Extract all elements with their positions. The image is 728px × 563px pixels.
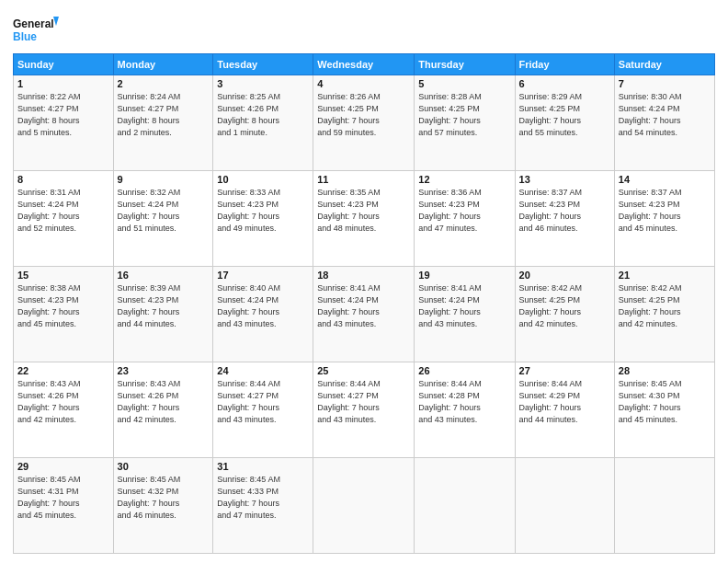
calendar-day: 8Sunrise: 8:31 AMSunset: 4:24 PMDaylight…	[14, 171, 114, 267]
calendar-day: 19Sunrise: 8:41 AMSunset: 4:24 PMDayligh…	[415, 267, 515, 362]
day-detail: Sunrise: 8:35 AMSunset: 4:23 PMDaylight:…	[317, 187, 410, 235]
day-number: 14	[619, 174, 711, 185]
day-number: 29	[17, 461, 109, 472]
calendar-day: 17Sunrise: 8:40 AMSunset: 4:24 PMDayligh…	[213, 267, 313, 362]
day-detail: Sunrise: 8:45 AMSunset: 4:32 PMDaylight:…	[118, 474, 210, 522]
day-number: 12	[418, 174, 510, 185]
day-detail: Sunrise: 8:22 AMSunset: 4:27 PMDaylight:…	[17, 91, 109, 139]
calendar-day: 25Sunrise: 8:44 AMSunset: 4:27 PMDayligh…	[313, 362, 415, 458]
day-number: 23	[118, 365, 210, 376]
day-number: 28	[619, 365, 711, 376]
day-detail: Sunrise: 8:42 AMSunset: 4:25 PMDaylight:…	[619, 282, 711, 330]
day-detail: Sunrise: 8:39 AMSunset: 4:23 PMDaylight:…	[118, 282, 210, 330]
calendar-table: SundayMondayTuesdayWednesdayThursdayFrid…	[13, 53, 715, 554]
day-detail: Sunrise: 8:45 AMSunset: 4:30 PMDaylight:…	[619, 378, 711, 426]
day-detail: Sunrise: 8:28 AMSunset: 4:25 PMDaylight:…	[418, 91, 510, 139]
day-number: 6	[519, 78, 610, 89]
calendar-day: 4Sunrise: 8:26 AMSunset: 4:25 PMDaylight…	[313, 75, 415, 171]
day-detail: Sunrise: 8:26 AMSunset: 4:25 PMDaylight:…	[317, 91, 410, 139]
calendar-day: 13Sunrise: 8:37 AMSunset: 4:23 PMDayligh…	[515, 171, 614, 267]
calendar-day: 21Sunrise: 8:42 AMSunset: 4:25 PMDayligh…	[614, 267, 714, 362]
calendar-day: 7Sunrise: 8:30 AMSunset: 4:24 PMDaylight…	[614, 75, 714, 171]
day-detail: Sunrise: 8:24 AMSunset: 4:27 PMDaylight:…	[118, 91, 210, 139]
calendar-week-4: 22Sunrise: 8:43 AMSunset: 4:26 PMDayligh…	[14, 362, 715, 458]
day-detail: Sunrise: 8:40 AMSunset: 4:24 PMDaylight:…	[217, 282, 309, 330]
calendar-day: 1Sunrise: 8:22 AMSunset: 4:27 PMDaylight…	[14, 75, 114, 171]
calendar-header: SundayMondayTuesdayWednesdayThursdayFrid…	[14, 54, 715, 75]
day-header-monday: Monday	[113, 54, 213, 75]
day-number: 15	[17, 270, 109, 281]
svg-text:General: General	[13, 17, 54, 30]
calendar-day: 30Sunrise: 8:45 AMSunset: 4:32 PMDayligh…	[113, 458, 213, 554]
day-number: 1	[17, 78, 109, 89]
day-number: 4	[317, 78, 410, 89]
day-number: 16	[118, 270, 210, 281]
calendar-day: 12Sunrise: 8:36 AMSunset: 4:23 PMDayligh…	[415, 171, 515, 267]
header-row: SundayMondayTuesdayWednesdayThursdayFrid…	[14, 54, 715, 75]
calendar-day: 6Sunrise: 8:29 AMSunset: 4:25 PMDaylight…	[515, 75, 614, 171]
day-number: 31	[217, 461, 309, 472]
day-detail: Sunrise: 8:44 AMSunset: 4:28 PMDaylight:…	[418, 378, 510, 426]
calendar-day: 24Sunrise: 8:44 AMSunset: 4:27 PMDayligh…	[213, 362, 313, 458]
day-detail: Sunrise: 8:44 AMSunset: 4:29 PMDaylight:…	[519, 378, 610, 426]
header: General Blue	[13, 9, 715, 48]
calendar-day: 23Sunrise: 8:43 AMSunset: 4:26 PMDayligh…	[113, 362, 213, 458]
calendar-day: 22Sunrise: 8:43 AMSunset: 4:26 PMDayligh…	[14, 362, 114, 458]
page: General Blue SundayMondayTuesdayWednesda…	[0, 0, 728, 563]
calendar-day: 29Sunrise: 8:45 AMSunset: 4:31 PMDayligh…	[14, 458, 114, 554]
day-detail: Sunrise: 8:38 AMSunset: 4:23 PMDaylight:…	[17, 282, 109, 330]
day-number: 10	[217, 174, 309, 185]
day-number: 24	[217, 365, 309, 376]
day-number: 5	[418, 78, 510, 89]
day-number: 7	[619, 78, 711, 89]
calendar-day: 16Sunrise: 8:39 AMSunset: 4:23 PMDayligh…	[113, 267, 213, 362]
logo: General Blue	[13, 13, 59, 48]
calendar-day: 20Sunrise: 8:42 AMSunset: 4:25 PMDayligh…	[515, 267, 614, 362]
calendar-day	[614, 458, 714, 554]
calendar-day: 27Sunrise: 8:44 AMSunset: 4:29 PMDayligh…	[515, 362, 614, 458]
day-detail: Sunrise: 8:32 AMSunset: 4:24 PMDaylight:…	[118, 187, 210, 235]
calendar-day: 9Sunrise: 8:32 AMSunset: 4:24 PMDaylight…	[113, 171, 213, 267]
day-header-wednesday: Wednesday	[313, 54, 415, 75]
calendar-day: 10Sunrise: 8:33 AMSunset: 4:23 PMDayligh…	[213, 171, 313, 267]
calendar-day	[313, 458, 415, 554]
day-detail: Sunrise: 8:36 AMSunset: 4:23 PMDaylight:…	[418, 187, 510, 235]
calendar-day	[415, 458, 515, 554]
calendar-day: 2Sunrise: 8:24 AMSunset: 4:27 PMDaylight…	[113, 75, 213, 171]
calendar-day: 14Sunrise: 8:37 AMSunset: 4:23 PMDayligh…	[614, 171, 714, 267]
day-detail: Sunrise: 8:33 AMSunset: 4:23 PMDaylight:…	[217, 187, 309, 235]
logo-svg: General Blue	[13, 13, 59, 48]
svg-marker-2	[53, 17, 59, 26]
day-header-sunday: Sunday	[14, 54, 114, 75]
day-detail: Sunrise: 8:41 AMSunset: 4:24 PMDaylight:…	[418, 282, 510, 330]
day-detail: Sunrise: 8:31 AMSunset: 4:24 PMDaylight:…	[17, 187, 109, 235]
calendar-day: 18Sunrise: 8:41 AMSunset: 4:24 PMDayligh…	[313, 267, 415, 362]
calendar-day: 28Sunrise: 8:45 AMSunset: 4:30 PMDayligh…	[614, 362, 714, 458]
calendar-week-2: 8Sunrise: 8:31 AMSunset: 4:24 PMDaylight…	[14, 171, 715, 267]
day-number: 25	[317, 365, 410, 376]
day-number: 8	[17, 174, 109, 185]
day-detail: Sunrise: 8:45 AMSunset: 4:31 PMDaylight:…	[17, 474, 109, 522]
day-number: 20	[519, 270, 610, 281]
day-number: 17	[217, 270, 309, 281]
day-detail: Sunrise: 8:44 AMSunset: 4:27 PMDaylight:…	[317, 378, 410, 426]
calendar-day: 15Sunrise: 8:38 AMSunset: 4:23 PMDayligh…	[14, 267, 114, 362]
day-detail: Sunrise: 8:45 AMSunset: 4:33 PMDaylight:…	[217, 474, 309, 522]
day-number: 26	[418, 365, 510, 376]
day-number: 9	[118, 174, 210, 185]
day-number: 13	[519, 174, 610, 185]
calendar-day: 3Sunrise: 8:25 AMSunset: 4:26 PMDaylight…	[213, 75, 313, 171]
day-header-thursday: Thursday	[415, 54, 515, 75]
day-detail: Sunrise: 8:44 AMSunset: 4:27 PMDaylight:…	[217, 378, 309, 426]
day-number: 18	[317, 270, 410, 281]
day-number: 19	[418, 270, 510, 281]
calendar-day	[515, 458, 614, 554]
day-number: 21	[619, 270, 711, 281]
day-detail: Sunrise: 8:43 AMSunset: 4:26 PMDaylight:…	[17, 378, 109, 426]
day-header-tuesday: Tuesday	[213, 54, 313, 75]
day-number: 11	[317, 174, 410, 185]
day-number: 27	[519, 365, 610, 376]
calendar-day: 11Sunrise: 8:35 AMSunset: 4:23 PMDayligh…	[313, 171, 415, 267]
day-detail: Sunrise: 8:43 AMSunset: 4:26 PMDaylight:…	[118, 378, 210, 426]
day-detail: Sunrise: 8:41 AMSunset: 4:24 PMDaylight:…	[317, 282, 410, 330]
